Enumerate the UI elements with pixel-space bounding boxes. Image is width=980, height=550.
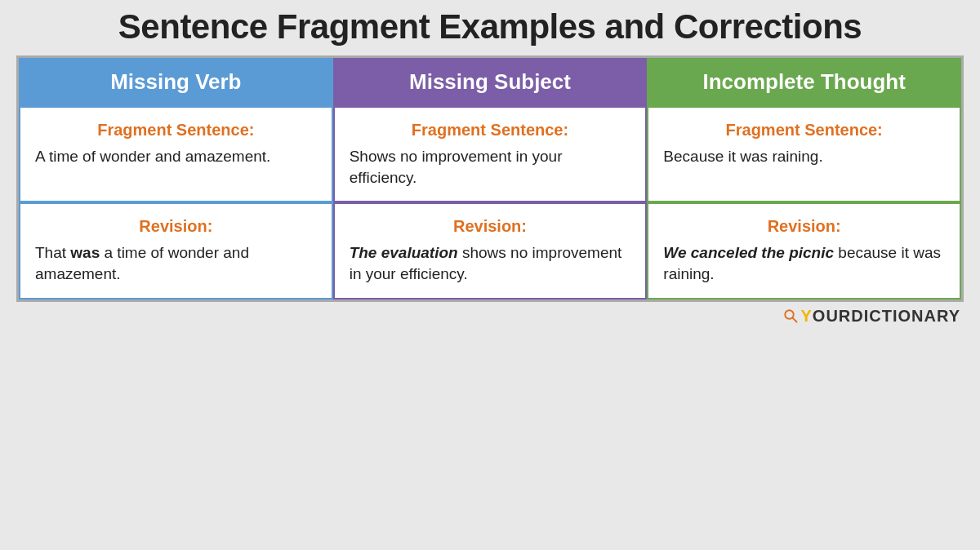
fragment-label-incomplete: Fragment Sentence: [663, 121, 945, 140]
brand-rest: OURDICTIONARY [813, 307, 960, 325]
cell-verb-fragment: Fragment Sentence: A time of wonder and … [19, 106, 333, 202]
cell-incomplete-fragment: Fragment Sentence: Because it was rainin… [647, 106, 961, 202]
cell-subject-fragment: Fragment Sentence: Shows no improvement … [333, 106, 648, 202]
revision-label-subject: Revision: [350, 217, 631, 236]
magnify-icon [783, 308, 798, 323]
fragment-label-subject: Fragment Sentence: [350, 121, 631, 140]
svg-line-1 [792, 318, 796, 322]
cell-verb-revision: Revision: That was a time of wonder and … [19, 202, 333, 299]
fragment-text-verb: A time of wonder and amazement. [35, 146, 317, 167]
revision-text-incomplete: We canceled the picnic because it was ra… [663, 242, 945, 284]
cell-incomplete-revision: Revision: We canceled the picnic because… [647, 202, 961, 299]
brand-y: Y [801, 307, 813, 325]
brand-logo: YOURDICTIONARY [801, 307, 961, 326]
column-header-verb: Missing Verb [19, 58, 333, 106]
column-header-incomplete: Incomplete Thought [647, 58, 961, 106]
fragment-text-incomplete: Because it was raining. [663, 146, 945, 167]
revision-label-verb: Revision: [35, 217, 317, 236]
footer: YOURDICTIONARY [16, 307, 964, 326]
fragment-text-subject: Shows no improvement in your efficiency. [350, 146, 631, 188]
revision-label-incomplete: Revision: [663, 217, 945, 236]
page-title: Sentence Fragment Examples and Correctio… [118, 8, 862, 46]
revision-text-subject: The evaluation shows no improvement in y… [350, 242, 631, 284]
revision-text-verb: That was a time of wonder and amazement. [35, 242, 317, 284]
column-header-subject: Missing Subject [333, 58, 648, 106]
cell-subject-revision: Revision: The evaluation shows no improv… [333, 202, 648, 299]
main-grid: Missing Verb Missing Subject Incomplete … [16, 55, 964, 302]
fragment-label-verb: Fragment Sentence: [35, 121, 317, 140]
